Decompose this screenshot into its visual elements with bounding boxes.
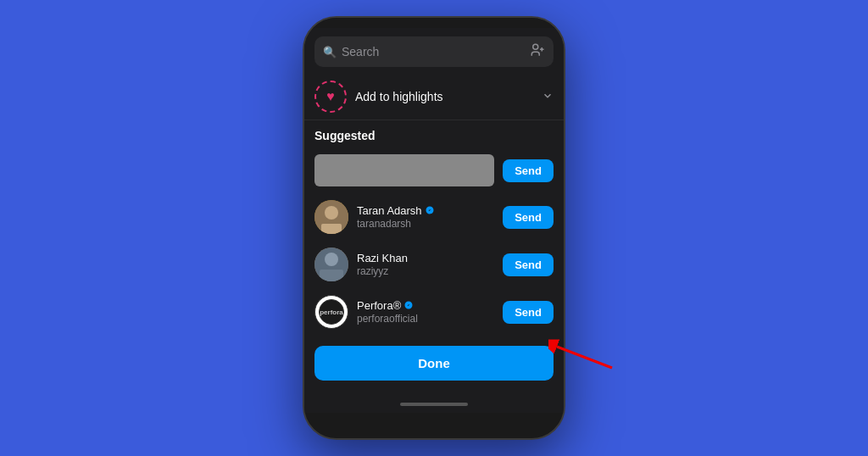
search-bar[interactable]: 🔍 Search [314, 36, 554, 67]
highlight-row[interactable]: ♥ Add to highlights [304, 74, 564, 120]
user-info-perfora: Perfora® perforaofficial [357, 299, 494, 325]
user-info-taran: Taran Adarsh taranadarsh [357, 204, 494, 230]
highlight-icon-circle: ♥ [314, 81, 347, 113]
perfora-logo: perfora [319, 299, 344, 325]
svg-point-0 [533, 44, 538, 49]
user-handle-perfora: perforaofficial [357, 313, 494, 325]
verified-badge [425, 205, 435, 217]
send-button-taran[interactable]: Send [503, 206, 554, 229]
user-info-razi: Razi Khan raziyyz [357, 252, 494, 277]
user-name-razi: Razi Khan [357, 252, 494, 264]
send-button-perfora[interactable]: Send [503, 301, 554, 324]
list-item: Taran Adarsh taranadarsh Send [304, 193, 564, 241]
highlight-label: Add to highlights [355, 90, 533, 103]
done-button[interactable]: Done [314, 346, 554, 381]
home-indicator [400, 403, 468, 406]
heart-icon: ♥ [326, 89, 335, 104]
phone-screen: 🔍 Search ♥ Add to highlights [304, 28, 564, 413]
user-handle-taran: taranadarsh [357, 218, 494, 230]
user-handle-razi: raziyyz [357, 265, 494, 277]
avatar-taran [314, 200, 348, 234]
suggested-header: Suggested [304, 120, 564, 147]
svg-rect-8 [320, 270, 343, 281]
person-add-icon[interactable] [530, 42, 545, 61]
list-item: Razi Khan raziyyz Send [304, 241, 564, 288]
avatar-razi [314, 247, 348, 281]
search-icon: 🔍 [323, 46, 337, 58]
done-bar: Done [304, 339, 564, 387]
svg-line-10 [557, 347, 612, 368]
list-item: perfora Perfora® perforaofficial Send [304, 288, 564, 336]
user-name-taran: Taran Adarsh [357, 204, 494, 217]
svg-point-7 [325, 253, 338, 266]
phone-container: 🔍 Search ♥ Add to highlights [303, 16, 565, 440]
svg-rect-5 [321, 224, 342, 234]
search-placeholder: Search [342, 45, 525, 58]
red-arrow [548, 338, 616, 372]
placeholder-avatar [314, 154, 494, 186]
svg-point-4 [325, 206, 338, 220]
chevron-down-icon [542, 90, 554, 104]
list-item: Send [304, 147, 564, 193]
user-name-perfora: Perfora® [357, 299, 494, 312]
avatar-perfora: perfora [314, 295, 348, 329]
phone-notch [304, 18, 564, 28]
verified-badge-perfora [403, 300, 414, 312]
send-button-razi[interactable]: Send [503, 253, 554, 276]
send-button-placeholder[interactable]: Send [503, 159, 554, 182]
phone-frame: 🔍 Search ♥ Add to highlights [303, 16, 565, 440]
